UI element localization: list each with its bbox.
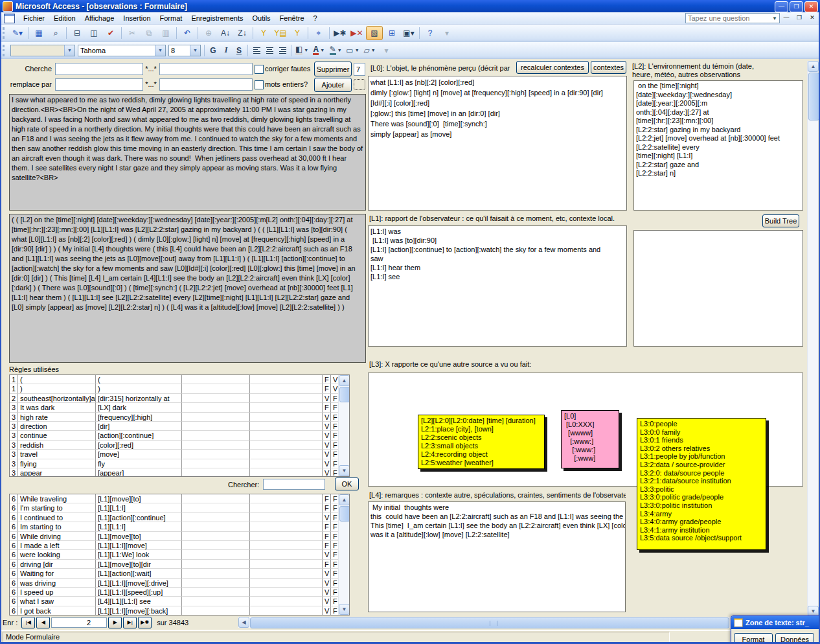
dropdown-icon[interactable]: ▼ [190,45,200,56]
table-row[interactable]: 3It was dark[LX] darkFF [10,403,349,412]
table-row[interactable]: 3continue[action][:continue]VF [10,431,349,440]
align-right-button[interactable] [276,44,289,57]
table2-scrollbar[interactable]: ▲ ▼ [338,494,349,615]
dropdown-icon[interactable]: ▼ [64,45,74,56]
form-vertical-scrollbar[interactable]: ▲ ▼ [807,61,818,617]
table-row[interactable]: 6Waiting for[L1][action][:wait]VF [10,569,349,578]
toolbar-options-icon[interactable]: ▾ [379,44,394,57]
l0-text-box[interactable]: what [L1:I] as [nb][:2] [color][:red] di… [368,76,627,211]
new-record-button[interactable]: ▶✱ [138,617,152,628]
focus-button[interactable] [354,79,365,90]
new-object-icon[interactable]: ▣▾ [401,27,416,40]
l4-text-box[interactable]: My initial thoughts were this could have… [368,501,626,612]
table-row[interactable]: 1((FV [10,375,349,384]
scrollbar-thumb[interactable] [250,617,729,628]
table1-scrollbar[interactable]: ▲ ▼ [338,375,349,476]
sort-descending-icon[interactable]: Z↓ [234,27,250,40]
table-row[interactable]: 6I got back[L1][L1:I][move][:back]VF [10,606,349,615]
ajouter-button[interactable]: Ajouter [314,78,352,92]
table-row[interactable]: 3appear[appear]VF [10,468,349,477]
ask-question-input[interactable] [685,13,780,23]
print-icon[interactable]: ⊟ [69,27,85,40]
help-icon[interactable]: ? [422,27,438,40]
supprimer-button[interactable]: Supprimer [314,62,352,76]
new-record-icon[interactable]: ▶✱ [332,27,348,40]
scrollbar-thumb[interactable] [808,73,819,121]
menu-insertion[interactable]: Insertion [119,13,155,23]
table-row[interactable]: 6I speed up[L1][L1:I][speed][:up]VF [10,588,349,597]
separator[interactable] [28,27,28,39]
paste-icon[interactable]: ▥ [158,27,174,40]
scrollbar-thumb[interactable] [339,387,350,402]
next-record-button[interactable]: ▶ [108,617,122,628]
object-selector-combo[interactable]: ▼ [10,45,75,56]
table-row[interactable]: 3flyingflyVF [10,459,349,468]
contextes-button[interactable]: contextes [591,61,626,74]
line-width-button[interactable]: ▭▼ [345,44,360,57]
form-horizontal-scrollbar[interactable]: ◀ [238,617,731,628]
recalculer-contextes-button[interactable]: recalculer contextes [516,61,589,74]
mdi-restore-button[interactable]: ❐ [794,14,804,23]
table-row[interactable]: 6was driving[L1][L1:I][move][:drive]VF [10,579,349,588]
separator[interactable] [329,27,330,39]
properties-icon[interactable]: ▧ [366,26,383,40]
form-view-selector-icon[interactable]: ✎▾ [10,27,25,40]
table-row[interactable]: 6were looking[L1][L1:We] lookVF [10,550,349,559]
table-row[interactable]: 3travel[move]VF [10,450,349,459]
filter-by-selection-icon[interactable]: Y [256,27,271,40]
window-minimize-button[interactable]: — [775,1,788,12]
chercher-input[interactable] [263,479,325,490]
table-row[interactable]: 3high rate[frequency][:high]VF [10,413,349,422]
separator[interactable] [121,27,122,39]
mdi-close-button[interactable]: ✕ [807,14,817,23]
dropdown-icon[interactable]: ▼ [155,45,165,56]
bold-button[interactable]: G [207,44,220,57]
italic-button[interactable]: I [220,44,233,57]
table-row[interactable]: 2southeast[horizontally]at[dir:315] hori… [10,394,349,403]
scroll-left-icon[interactable]: ◀ [238,617,249,628]
scroll-up-icon[interactable]: ▲ [339,375,350,386]
table-row[interactable]: 6I made a left[L1][L1:I][move]FF [10,541,349,550]
ok-button[interactable]: OK [335,477,359,490]
separator[interactable] [253,27,253,39]
menu-aide[interactable]: ? [309,13,322,23]
special-effect-button[interactable]: ▱▼ [362,44,378,57]
window-close-button[interactable]: ✕ [804,1,818,12]
property-sheet-window[interactable]: Zone de texte: str_ Format Données [731,615,820,644]
table-row[interactable]: 6what I saw[L4][L1][L1:I] seeVF [10,597,349,606]
copy-icon[interactable]: ⧉ [141,27,157,40]
cherche-input-2[interactable] [159,63,253,75]
find-icon[interactable]: ⌖ [311,27,326,40]
undo-icon[interactable]: ↶ [179,27,195,40]
remplace-input-2[interactable] [159,78,253,91]
toolbar-options-icon[interactable]: ▾ [439,27,455,40]
toolbar-drag-handle[interactable] [3,45,6,56]
cut-icon[interactable]: ✂ [124,27,140,40]
last-record-button[interactable]: ▶| [123,617,137,628]
file-search-icon[interactable]: ⌕ [48,27,63,40]
mots-entiers-checkbox[interactable] [255,80,264,89]
separator[interactable] [176,27,177,39]
corriger-fautes-checkbox[interactable] [255,65,264,74]
l2-text-box[interactable]: on the [time][:night] [date][:weekday:][… [633,80,803,211]
scroll-down-icon[interactable]: ▼ [339,604,350,615]
remplace-input-1[interactable] [55,78,143,91]
table-row[interactable]: 3direction[dir]VF [10,422,349,431]
table-row[interactable]: 6I continued to[L1][action][:continue]VF [10,513,349,522]
observation-text-box[interactable]: I saw what appeared to me as two reddish… [9,94,366,211]
property-sheet-titlebar[interactable]: Zone de texte: str_ [731,616,820,629]
mdi-minimize-button[interactable]: — [781,14,792,23]
menu-enregistrements[interactable]: Enregistrements [187,13,247,23]
delete-record-icon[interactable]: ▶✕ [349,27,365,40]
scrollbar-thumb[interactable] [339,506,350,522]
build-tree-button[interactable]: Build Tree [762,214,799,227]
table-row[interactable]: 6I'm starting to[L1][L1:I]FF [10,503,349,512]
filter-by-form-icon[interactable]: Y▤ [273,27,288,40]
menu-fenetre[interactable]: Fenêtre [275,13,309,23]
underline-button[interactable]: S [233,44,245,57]
menu-affichage[interactable]: Affichage [80,13,119,23]
menu-edition[interactable]: Edition [49,13,80,23]
apply-filter-icon[interactable]: Y [290,27,305,40]
spelling-icon[interactable]: ✔ [103,27,119,40]
separator[interactable] [198,27,198,39]
